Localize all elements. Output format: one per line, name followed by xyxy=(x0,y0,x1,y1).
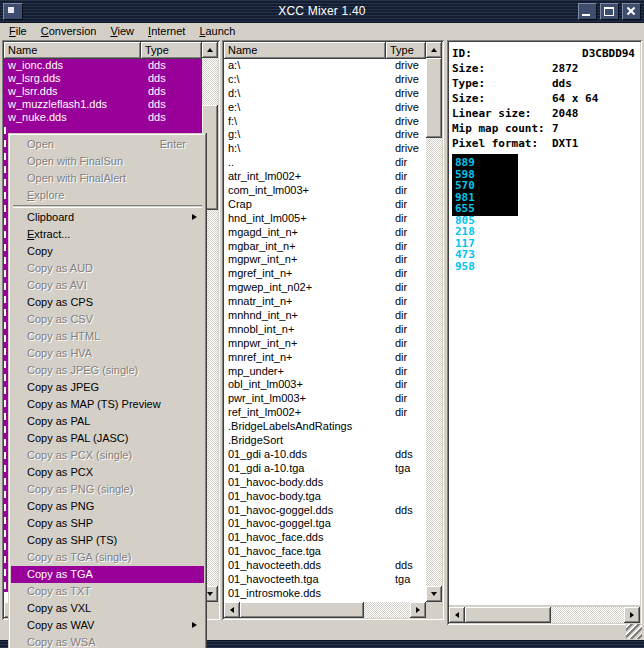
file-row[interactable]: d:\drive xyxy=(224,87,426,101)
close-button[interactable] xyxy=(622,3,641,20)
menu-item-copy-as-jpeg-single[interactable]: Copy as JPEG (single) xyxy=(11,362,204,379)
file-row[interactable]: mgref_int_n+dir xyxy=(224,267,426,281)
menu-item-copy-as-tga-single[interactable]: Copy as TGA (single) xyxy=(11,549,204,566)
file-row[interactable]: obl_int_lm003+dir xyxy=(224,378,426,392)
details-horizontal-scrollbar[interactable] xyxy=(449,607,640,623)
file-row[interactable]: w_muzzleflash1.ddsdds xyxy=(4,98,202,111)
middle-vertical-scrollbar[interactable] xyxy=(426,42,442,602)
file-row[interactable]: .BridgeLabelsAndRatings xyxy=(224,420,426,434)
menu-item-copy-as-map-ts-preview[interactable]: Copy as MAP (TS) Preview xyxy=(11,396,204,413)
file-row[interactable]: ..dir xyxy=(224,156,426,170)
file-row[interactable]: mnobl_int_n+dir xyxy=(224,323,426,337)
file-row[interactable]: w_lsrg.ddsdds xyxy=(4,72,202,85)
menu-item-copy-as-png-single[interactable]: Copy as PNG (single) xyxy=(11,481,204,498)
scroll-left-button[interactable] xyxy=(224,602,240,618)
file-row[interactable]: c:\drive xyxy=(224,73,426,87)
menu-item-copy-as-aud[interactable]: Copy as AUD xyxy=(11,260,204,277)
file-row[interactable]: 01_gdi a-10.tgatga xyxy=(224,462,426,476)
file-row[interactable]: 01_havoc-goggel.ddsdds xyxy=(224,504,426,518)
file-row[interactable]: 01_havocteeth.ddsdds xyxy=(224,559,426,573)
file-row[interactable]: mp_under+dir xyxy=(224,365,426,379)
column-header-type[interactable]: Type xyxy=(386,42,426,59)
menu-item-copy-as-hva[interactable]: Copy as HVA xyxy=(11,345,204,362)
scroll-down-button[interactable] xyxy=(426,586,442,602)
file-row[interactable]: Crapdir xyxy=(224,198,426,212)
file-row[interactable]: com_int_lm003+dir xyxy=(224,184,426,198)
file-row[interactable]: 01_havocteeth.tgatga xyxy=(224,573,426,587)
details-hscroll-thumb[interactable] xyxy=(465,607,551,623)
scroll-up-button[interactable] xyxy=(202,42,218,58)
menu-item-copy-as-avi[interactable]: Copy as AVI xyxy=(11,277,204,294)
menu-item-copy-as-tga[interactable]: Copy as TGA xyxy=(11,566,204,583)
menu-item-copy-as-pcx-single[interactable]: Copy as PCX (single) xyxy=(11,447,204,464)
column-header-name[interactable]: Name xyxy=(224,42,386,59)
file-row[interactable]: 01_gdi a-10.ddsdds xyxy=(224,448,426,462)
file-row[interactable]: a:\drive xyxy=(224,59,426,73)
menu-item-copy-as-png[interactable]: Copy as PNG xyxy=(11,498,204,515)
file-row[interactable]: mnref_int_n+dir xyxy=(224,351,426,365)
menu-item-open-with-finalalert[interactable]: Open with FinalAlert xyxy=(11,170,204,187)
menu-item-copy-as-cps[interactable]: Copy as CPS xyxy=(11,294,204,311)
menu-item-copy-as-vxl[interactable]: Copy as VXL xyxy=(11,600,204,617)
file-row[interactable]: w_ionc.ddsdds xyxy=(4,59,202,72)
menu-internet[interactable]: Internet xyxy=(143,24,194,39)
menu-item-copy-as-jpeg[interactable]: Copy as JPEG xyxy=(11,379,204,396)
menu-item-open-with-finalsun[interactable]: Open with FinalSun xyxy=(11,153,204,170)
middle-hscroll-thumb[interactable] xyxy=(240,602,364,618)
file-row[interactable]: g:\drive xyxy=(224,128,426,142)
file-row[interactable]: atr_int_lm002+dir xyxy=(224,170,426,184)
file-row[interactable]: mgwep_int_n02+dir xyxy=(224,281,426,295)
file-row[interactable]: w_nuke.ddsdds xyxy=(4,111,202,124)
file-row[interactable]: mgbar_int_n+dir xyxy=(224,240,426,254)
file-row[interactable]: .BridgeSort xyxy=(224,434,426,448)
file-row[interactable]: 01_havoc-goggel.tga xyxy=(224,517,426,531)
menu-file[interactable]: File xyxy=(4,24,36,39)
menu-item-copy-as-pal-jasc[interactable]: Copy as PAL (JASC) xyxy=(11,430,204,447)
menu-item-copy-as-pal[interactable]: Copy as PAL xyxy=(11,413,204,430)
resize-grip[interactable] xyxy=(626,624,642,639)
menu-item-copy-as-wsa[interactable]: Copy as WSA xyxy=(11,634,204,648)
file-row[interactable]: 01_havoc-body.tga xyxy=(224,490,426,504)
file-row[interactable]: hnd_int_lm005+dir xyxy=(224,212,426,226)
middle-vscroll-thumb[interactable] xyxy=(426,58,442,138)
file-row[interactable]: mgagd_int_n+dir xyxy=(224,226,426,240)
menu-launch[interactable]: Launch xyxy=(194,24,244,39)
menu-item-clipboard[interactable]: Clipboard xyxy=(11,209,204,226)
menu-item-copy-as-csv[interactable]: Copy as CSV xyxy=(11,311,204,328)
menu-view[interactable]: View xyxy=(105,24,143,39)
file-row[interactable]: 01_havoc_face.dds xyxy=(224,531,426,545)
file-row[interactable]: mgpwr_int_n+dir xyxy=(224,253,426,267)
maximize-button[interactable] xyxy=(600,3,619,20)
file-row[interactable]: 01_introsmoke.dds xyxy=(224,587,426,601)
scroll-up-button[interactable] xyxy=(426,42,442,58)
middle-horizontal-scrollbar[interactable] xyxy=(224,602,426,618)
file-row[interactable]: mnhnd_int_n+dir xyxy=(224,309,426,323)
menu-item-copy-as-shp-ts[interactable]: Copy as SHP (TS) xyxy=(11,532,204,549)
scroll-left-button[interactable] xyxy=(449,607,465,623)
file-row[interactable]: pwr_int_lm003+dir xyxy=(224,392,426,406)
scroll-right-button[interactable] xyxy=(624,607,640,623)
file-row[interactable]: e:\drive xyxy=(224,101,426,115)
menu-item-copy-as-html[interactable]: Copy as HTML xyxy=(11,328,204,345)
file-row[interactable]: mnatr_int_n+dir xyxy=(224,295,426,309)
minimize-button[interactable] xyxy=(578,3,597,20)
menu-item-copy[interactable]: Copy xyxy=(11,243,204,260)
scroll-right-button[interactable] xyxy=(410,602,426,618)
file-row[interactable]: 01_havoc-body.dds xyxy=(224,476,426,490)
file-row[interactable]: f:\drive xyxy=(224,115,426,129)
menu-conversion[interactable]: Conversion xyxy=(36,24,106,39)
file-row[interactable]: mnpwr_int_n+dir xyxy=(224,337,426,351)
menu-item-copy-as-shp[interactable]: Copy as SHP xyxy=(11,515,204,532)
menu-item-copy-as-pcx[interactable]: Copy as PCX xyxy=(11,464,204,481)
file-row[interactable]: h:\drive xyxy=(224,142,426,156)
column-header-type[interactable]: Type xyxy=(141,42,202,59)
file-row[interactable]: w_lsrr.ddsdds xyxy=(4,85,202,98)
menu-item-open[interactable]: OpenEnter xyxy=(11,136,204,153)
file-row[interactable]: ref_int_lm002+dir xyxy=(224,406,426,420)
menu-item-copy-as-txt[interactable]: Copy as TXT xyxy=(11,583,204,600)
title-bar[interactable]: XCC Mixer 1.40 xyxy=(0,0,644,23)
menu-item-extract[interactable]: Extract... xyxy=(11,226,204,243)
file-row[interactable]: 01_havoc_face.tga xyxy=(224,545,426,559)
menu-item-explore[interactable]: Explore xyxy=(11,187,204,204)
column-header-name[interactable]: Name xyxy=(4,42,141,59)
